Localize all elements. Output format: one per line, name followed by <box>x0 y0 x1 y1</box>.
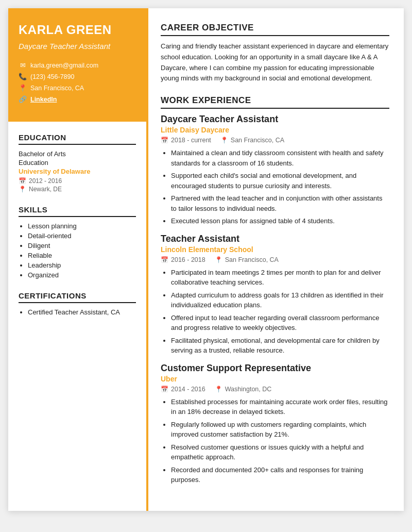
job-company-3: Uber <box>161 375 389 383</box>
skill-item: Detail-oriented <box>28 232 136 240</box>
bullet-item: Resolved customer questions or issues qu… <box>171 442 389 462</box>
certifications-list: Certified Teacher Assistant, CA <box>19 308 136 316</box>
skills-list: Lesson planning Detail-oriented Diligent… <box>19 222 136 279</box>
linkedin-link[interactable]: LinkedIn <box>30 96 57 103</box>
job-meta-1: 📅 2018 - current 📍 San Francisco, CA <box>161 137 389 144</box>
job-title-3: Customer Support Representative <box>161 363 389 374</box>
job-bullets-3: Established processes for maintaining ac… <box>161 397 389 485</box>
skills-section: SKILLS Lesson planning Detail-oriented D… <box>19 205 136 279</box>
bullet-item: Partnered with the lead teacher and in c… <box>171 193 389 213</box>
work-experience-title: WORK EXPERIENCE <box>161 95 389 109</box>
bullet-item: Adapted curriculum to address goals for … <box>171 290 389 310</box>
calendar-icon: 📅 <box>19 177 26 185</box>
work-experience-section: WORK EXPERIENCE Daycare Teacher Assistan… <box>161 95 389 485</box>
sidebar-body: EDUCATION Bachelor of Arts Education Uni… <box>8 122 146 340</box>
bullet-item: Facilitated physical, emotional, and dev… <box>171 336 389 356</box>
job-location-1: 📍 San Francisco, CA <box>220 137 284 144</box>
bullet-item: Participated in team meetings 2 times pe… <box>171 268 389 288</box>
education-degree: Bachelor of Arts <box>19 150 136 158</box>
calendar-icon-3: 📅 <box>161 386 168 393</box>
skill-item: Diligent <box>28 242 136 250</box>
job-years-2: 📅 2016 - 2018 <box>161 256 205 263</box>
linkedin-icon: 🔗 <box>19 95 27 103</box>
email-icon: ✉ <box>19 61 27 69</box>
job-location-3: 📍 Washington, DC <box>215 386 272 393</box>
skill-item: Lesson planning <box>28 222 136 230</box>
contact-list: ✉ karla.green@gmail.com 📞 (123) 456-7890… <box>19 61 136 103</box>
location-icon: 📍 <box>19 84 27 92</box>
resume-container: KARLA GREEN Daycare Teacher Assistant ✉ … <box>8 8 404 511</box>
skill-item: Organized <box>28 271 136 279</box>
main-content: CAREER OBJECTIVE Caring and friendly tea… <box>146 8 404 511</box>
job-years-1: 📅 2018 - current <box>161 137 211 144</box>
pin-icon-2: 📍 <box>215 256 222 263</box>
contact-linkedin[interactable]: 🔗 LinkedIn <box>19 95 136 103</box>
sidebar: KARLA GREEN Daycare Teacher Assistant ✉ … <box>8 8 146 511</box>
job-meta-2: 📅 2016 - 2018 📍 San Francisco, CA <box>161 256 389 263</box>
job-title-2: Teacher Assistant <box>161 234 389 244</box>
job-years-3: 📅 2014 - 2016 <box>161 386 205 393</box>
candidate-name: KARLA GREEN <box>19 23 136 37</box>
bullet-item: Recorded and documented 200+ calls and r… <box>171 465 389 485</box>
career-objective-title: CAREER OBJECTIVE <box>161 23 389 36</box>
job-meta-3: 📅 2014 - 2016 📍 Washington, DC <box>161 386 389 393</box>
education-field: Education <box>19 159 136 167</box>
bullet-item: Regularly followed up with customers reg… <box>171 420 389 440</box>
career-objective-section: CAREER OBJECTIVE Caring and friendly tea… <box>161 23 389 84</box>
cert-item: Certified Teacher Assistant, CA <box>28 308 136 316</box>
certifications-section-title: CERTIFICATIONS <box>19 291 136 303</box>
job-entry-2: Teacher Assistant Lincoln Elementary Sch… <box>161 234 389 356</box>
education-years: 📅 2012 - 2016 <box>19 177 136 185</box>
job-bullets-2: Participated in team meetings 2 times pe… <box>161 268 389 356</box>
certifications-section: CERTIFICATIONS Certified Teacher Assista… <box>19 291 136 316</box>
bullet-item: Established processes for maintaining ac… <box>171 397 389 417</box>
education-section-title: EDUCATION <box>19 133 136 145</box>
job-title-1: Daycare Teacher Assistant <box>161 114 389 125</box>
contact-location: 📍 San Francisco, CA <box>19 84 136 92</box>
education-location: 📍 Newark, DE <box>19 186 136 193</box>
contact-phone: 📞 (123) 456-7890 <box>19 73 136 80</box>
job-company-1: Little Daisy Daycare <box>161 126 389 134</box>
job-bullets-1: Maintained a clean and tidy classroom co… <box>161 148 389 226</box>
calendar-icon-1: 📅 <box>161 137 168 144</box>
pin-icon-1: 📍 <box>220 137 228 144</box>
bullet-item: Executed lesson plans for assigned table… <box>171 216 389 226</box>
career-objective-text: Caring and friendly teacher assistant ex… <box>161 41 389 84</box>
skill-item: Reliable <box>28 252 136 259</box>
skill-item: Leadership <box>28 261 136 269</box>
bullet-item: Supported each child's social and emotio… <box>171 171 389 191</box>
contact-email: ✉ karla.green@gmail.com <box>19 61 136 69</box>
skills-section-title: SKILLS <box>19 205 136 217</box>
bullet-item: Offered input to lead teacher regarding … <box>171 313 389 333</box>
education-school: University of Delaware <box>19 168 136 175</box>
job-location-2: 📍 San Francisco, CA <box>215 256 279 263</box>
phone-icon: 📞 <box>19 73 27 80</box>
education-section: EDUCATION Bachelor of Arts Education Uni… <box>19 133 136 193</box>
job-entry-3: Customer Support Representative Uber 📅 2… <box>161 363 389 485</box>
calendar-icon-2: 📅 <box>161 256 168 263</box>
pin-icon: 📍 <box>19 186 26 193</box>
candidate-title: Daycare Teacher Assistant <box>19 41 136 52</box>
job-company-2: Lincoln Elementary School <box>161 245 389 254</box>
job-entry-1: Daycare Teacher Assistant Little Daisy D… <box>161 114 389 226</box>
pin-icon-3: 📍 <box>215 386 222 393</box>
sidebar-header: KARLA GREEN Daycare Teacher Assistant ✉ … <box>8 8 146 122</box>
bullet-item: Maintained a clean and tidy classroom co… <box>171 148 389 168</box>
